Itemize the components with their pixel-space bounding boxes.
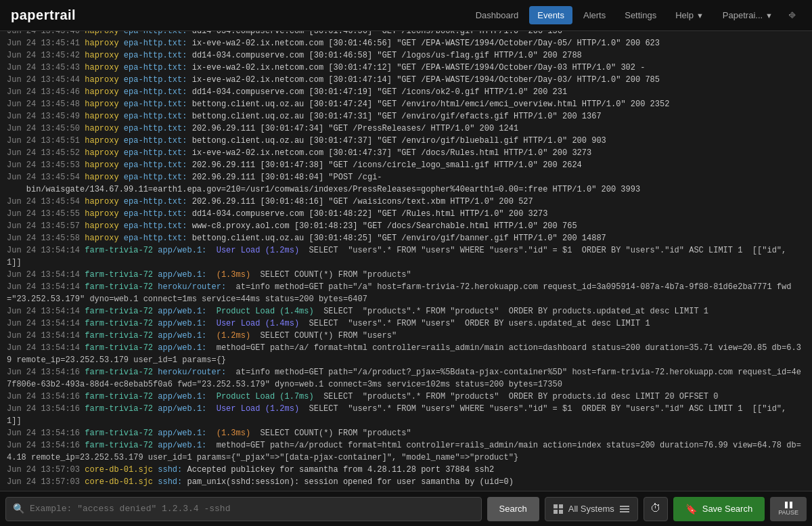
logo-thin: paper (11, 7, 49, 22)
search-button[interactable]: Search (487, 497, 539, 521)
log-line: Jun 24 13:45:52 haproxy epa-http.txt: ix… (5, 147, 807, 159)
log-line: Jun 24 13:54:16 farm-trivia-72 app/web.1… (5, 403, 807, 427)
user-arrow-icon: ▼ (765, 12, 773, 20)
log-line: Jun 24 13:54:16 farm-trivia-72 app/web.1… (5, 427, 807, 439)
log-line: Jun 24 13:54:16 farm-trivia-72 heroku/ro… (5, 366, 807, 391)
log-line: Jun 24 13:45:54 haproxy epa-http.txt: 20… (5, 196, 807, 208)
nav-help[interactable]: Help ▼ (667, 6, 712, 24)
log-line: Jun 24 13:45:55 haproxy epa-http.txt: dd… (5, 208, 807, 220)
nav-user-label: Papetrai... (723, 10, 763, 20)
save-search-button[interactable]: 🔖 Save Search (673, 497, 765, 521)
nav-help-label: Help (675, 10, 694, 20)
pause-bars-icon (785, 502, 792, 508)
bottom-bar: 🔍 Search All Systems ⏱ 🔖 Save Search PAU… (0, 491, 812, 526)
log-line: Jun 24 13:45:41 haproxy epa-http.txt: ix… (5, 37, 807, 49)
nav-user[interactable]: Papetrai... ▼ (715, 6, 781, 24)
log-line: Jun 24 13:45:58 haproxy epa-http.txt: be… (5, 232, 807, 244)
log-line: Jun 24 13:45:57 haproxy epa-http.txt: ww… (5, 220, 807, 232)
log-line: Jun 24 13:45:44 haproxy epa-http.txt: ix… (5, 74, 807, 86)
all-systems-button[interactable]: All Systems (545, 497, 638, 521)
pause-label: PAUSE (778, 509, 798, 516)
log-line: Jun 24 13:54:14 farm-trivia-72 app/web.1… (5, 305, 807, 317)
nav-events[interactable]: Events (529, 6, 572, 24)
log-line: Jun 24 13:57:03 core-db-01.sjc sshd: pam… (5, 476, 807, 488)
nav-alerts[interactable]: Alerts (575, 6, 614, 24)
log-line: Jun 24 13:45:48 haproxy epa-http.txt: be… (5, 98, 807, 110)
log-line: Jun 24 13:54:14 farm-trivia-72 app/web.1… (5, 317, 807, 330)
log-line: Jun 24 13:45:42 haproxy epa-http.txt: dd… (5, 49, 807, 62)
log-line: Jun 24 13:45:51 haproxy epa-http.txt: be… (5, 135, 807, 147)
logout-icon[interactable]: ⎆ (784, 5, 801, 26)
search-input-wrap: 🔍 (5, 497, 482, 521)
nav-dashboard[interactable]: Dashboard (468, 6, 527, 24)
top-nav: papertrail Dashboard Events Alerts Setti… (0, 0, 812, 31)
nav-links: Dashboard Events Alerts Settings Help ▼ … (468, 5, 801, 26)
search-input[interactable] (30, 504, 474, 514)
bookmark-icon: 🔖 (685, 504, 697, 514)
log-line: Jun 24 13:54:14 farm-trivia-72 app/web.1… (5, 269, 807, 281)
log-line: Jun 24 13:45:53 haproxy epa-http.txt: 20… (5, 159, 807, 171)
list-icon (620, 506, 629, 512)
clock-icon: ⏱ (650, 502, 661, 515)
logo-bold: trail (49, 7, 76, 22)
log-line: Jun 24 13:45:46 haproxy epa-http.txt: dd… (5, 86, 807, 98)
clock-button[interactable]: ⏱ (644, 497, 668, 521)
log-line: Jun 24 13:45:49 haproxy epa-http.txt: be… (5, 110, 807, 123)
log-line: Jun 24 13:45:43 haproxy epa-http.txt: ix… (5, 62, 807, 74)
log-area: Jun 24 13:45:34 haproxy epa-http.txt: ix… (0, 31, 812, 491)
help-arrow-icon: ▼ (696, 12, 704, 20)
log-line: Jun 24 13:54:16 farm-trivia-72 app/web.1… (5, 439, 807, 464)
pause-button[interactable]: PAUSE (770, 497, 807, 521)
log-line: Jun 24 13:54:14 farm-trivia-72 app/web.1… (5, 342, 807, 366)
log-line: Jun 24 13:45:54 haproxy epa-http.txt: 20… (5, 171, 807, 196)
log-line: Jun 24 13:45:40 haproxy epa-http.txt: dd… (5, 31, 807, 37)
logo: papertrail (11, 7, 468, 23)
log-line: Jun 24 13:45:50 haproxy epa-http.txt: 20… (5, 123, 807, 135)
grid-icon (554, 504, 563, 514)
save-search-label: Save Search (702, 504, 752, 514)
log-line: Jun 24 13:54:16 farm-trivia-72 app/web.1… (5, 391, 807, 403)
log-line: Jun 24 13:57:03 core-db-01.sjc sshd: Acc… (5, 464, 807, 476)
log-line: Jun 24 13:54:14 farm-trivia-72 heroku/ro… (5, 281, 807, 305)
search-icon: 🔍 (13, 503, 24, 514)
systems-label: All Systems (568, 504, 614, 514)
log-line: Jun 24 13:54:14 farm-trivia-72 app/web.1… (5, 330, 807, 342)
log-line: Jun 24 13:54:14 farm-trivia-72 app/web.1… (5, 244, 807, 269)
nav-settings[interactable]: Settings (616, 6, 664, 24)
